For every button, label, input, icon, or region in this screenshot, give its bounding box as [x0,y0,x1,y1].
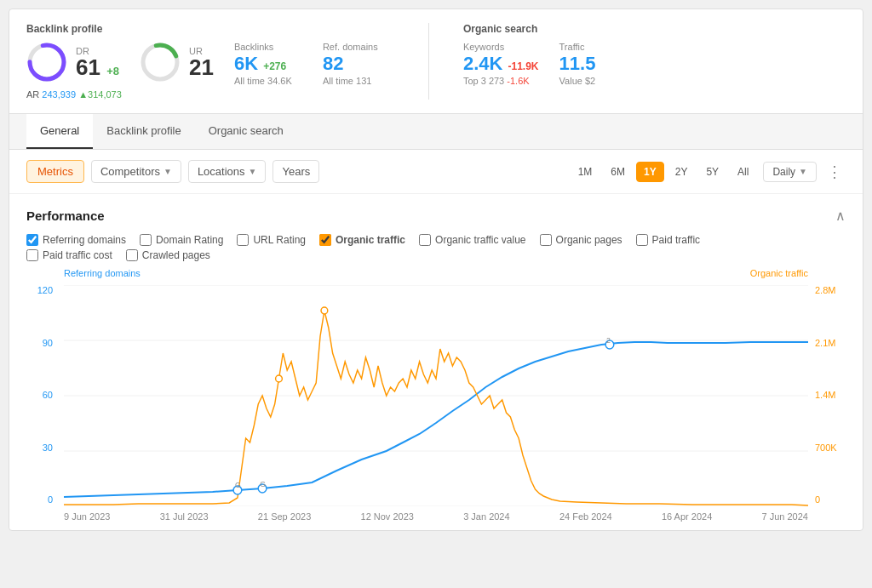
y-left-3: 30 [26,442,53,453]
y-right-3: 700K [815,442,846,453]
backlink-profile-title: Backlink profile [26,23,391,35]
backlinks-change: +276 [263,60,286,72]
time-1m[interactable]: 1M [571,162,600,182]
checkbox-ref-domains[interactable]: Referring domains [26,234,126,246]
checkbox-organic-traffic[interactable]: Organic traffic [319,234,405,246]
locations-button[interactable]: Locations ▼ [188,160,267,183]
y-left-4: 0 [26,494,53,505]
y-labels-left: 120 90 60 30 0 [26,285,56,505]
checkbox-organic-pages[interactable]: Organic pages [540,234,622,246]
collapse-button[interactable]: ∧ [835,208,846,224]
checkbox-paid-traffic-label: Paid traffic [652,234,700,246]
stats-divider [428,23,429,100]
checkbox-crawled-pages-input[interactable] [126,249,138,261]
checkbox-domain-rating-label: Domain Rating [156,234,223,246]
time-6m[interactable]: 6M [603,162,633,182]
traffic-sub: Value $2 [559,76,628,86]
ref-domains-value: 82 [323,54,391,74]
keywords-stat: Keywords 2.4K -11.9K Top 3 273 -1.6K [463,42,539,86]
checkbox-url-rating[interactable]: URL Rating [237,234,306,246]
performance-title: Performance [26,208,105,223]
keywords-change: -11.9K [508,60,539,72]
y-right-4: 0 [815,494,846,505]
ref-domains-stat: Ref. domains 82 All time 131 [323,42,391,86]
stats-bar: Backlink profile DR 61 +8 [9,9,863,114]
years-button[interactable]: Years [272,160,319,183]
competitors-label: Competitors [100,165,160,178]
backlinks-sub: All time 34.6K [234,76,302,86]
metrics-button[interactable]: Metrics [26,160,84,183]
x-label-2: 21 Sep 2023 [258,511,311,522]
checkbox-crawled-pages-label: Crawled pages [142,249,210,261]
daily-label: Daily [772,166,795,178]
keywords-value: 2.4K -11.9K [463,54,539,74]
checkbox-domain-rating[interactable]: Domain Rating [140,234,223,246]
x-label-5: 24 Feb 2024 [559,511,612,522]
x-label-6: 16 Apr 2024 [662,511,712,522]
backlinks-stat: Backlinks 6K +276 All time 34.6K [234,42,302,86]
performance-section: Performance ∧ Referring domains Domain R… [9,194,863,530]
marker-label-2: G [260,480,266,488]
ref-domains-sub: All time 131 [323,76,391,86]
organic-search-title: Organic search [463,23,628,35]
y-left-0: 120 [26,285,53,295]
orange-line [64,311,808,505]
daily-chevron: ▼ [799,167,807,176]
checkbox-ref-domains-input[interactable] [26,234,38,246]
backlinks-value: 6K +276 [234,54,302,74]
checkbox-organic-value-input[interactable] [419,234,431,246]
checkbox-paid-traffic-input[interactable] [636,234,648,246]
competitors-button[interactable]: Competitors ▼ [91,160,181,183]
marker-label-3: 2 [606,336,611,345]
blue-line [64,342,808,497]
locations-label: Locations [198,165,245,178]
checkbox-organic-traffic-label: Organic traffic [336,234,405,246]
right-axis-label: Organic traffic [750,268,808,278]
ur-circle [140,42,181,83]
y-right-0: 2.8M [815,285,846,295]
y-labels-right: 2.8M 2.1M 1.4M 700K 0 [812,285,846,505]
checkbox-organic-pages-input[interactable] [540,234,552,246]
checkbox-url-rating-input[interactable] [237,234,249,246]
checkbox-organic-traffic-input[interactable] [319,234,331,246]
checkbox-organic-pages-label: Organic pages [556,234,622,246]
checkbox-paid-cost[interactable]: Paid traffic cost [26,249,112,261]
tab-general[interactable]: General [26,114,93,149]
checkbox-ref-domains-label: Referring domains [43,234,126,246]
ref-domains-label: Ref. domains [323,42,391,52]
checkbox-organic-value[interactable]: Organic traffic value [419,234,526,246]
chart-svg: G G 2 [64,285,808,506]
checkbox-crawled-pages[interactable]: Crawled pages [126,249,210,261]
time-1y[interactable]: 1Y [636,162,664,182]
checkbox-paid-cost-input[interactable] [26,249,38,261]
x-label-7: 7 Jun 2024 [762,511,808,522]
keywords-label: Keywords [463,42,539,52]
backlink-profile-section: Backlink profile DR 61 +8 [26,23,411,100]
marker-4 [321,307,328,314]
x-label-3: 12 Nov 2023 [361,511,414,522]
time-2y[interactable]: 2Y [668,162,696,182]
dr-circle [26,42,67,83]
x-label-1: 31 Jul 2023 [160,511,209,522]
checkbox-domain-rating-input[interactable] [140,234,152,246]
checkbox-url-rating-label: URL Rating [253,234,306,246]
more-options-button[interactable]: ⋮ [823,161,846,183]
keywords-num: 2.4K [463,53,502,74]
daily-button[interactable]: Daily ▼ [763,162,817,182]
tab-organic-search[interactable]: Organic search [195,114,297,149]
ur-stat: UR 21 [140,42,214,83]
dr-stat: DR 61 +8 [26,42,119,83]
tab-backlink-profile[interactable]: Backlink profile [93,114,194,149]
dr-value-group: DR 61 +8 [76,46,119,78]
checkbox-paid-traffic[interactable]: Paid traffic [636,234,700,246]
x-label-0: 9 Jun 2023 [64,511,110,522]
chart-svg-wrapper: G G 2 [64,285,808,506]
time-all[interactable]: All [730,162,756,182]
ar-change: ▲314,073 [78,89,122,100]
backlinks-label: Backlinks [234,42,302,52]
marker-3 [276,375,283,382]
dr-change: +8 [106,65,119,77]
y-left-2: 60 [26,390,53,400]
time-5y[interactable]: 5Y [698,162,726,182]
toolbar: Metrics Competitors ▼ Locations ▼ Years … [9,150,863,194]
